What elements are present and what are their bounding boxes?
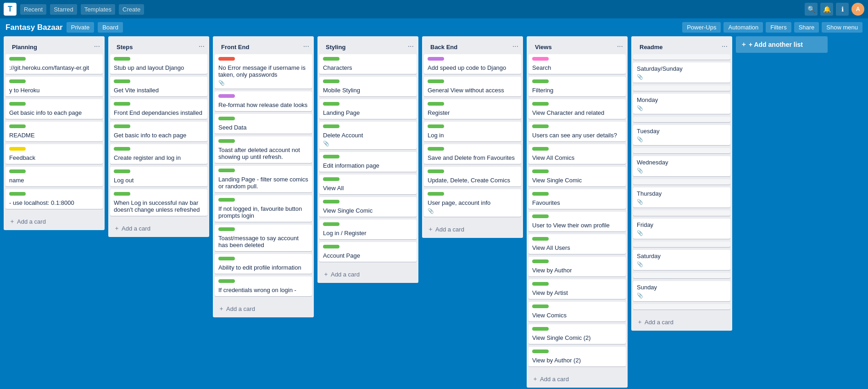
- table-row[interactable]: [633, 242, 730, 247]
- list-item[interactable]: Favourites: [529, 189, 626, 209]
- list-item[interactable]: Friday📎: [633, 219, 730, 239]
- table-row[interactable]: [633, 304, 730, 310]
- list-item[interactable]: When Log in successful nav bar doesn't c…: [110, 189, 207, 216]
- list-title-back-end[interactable]: Back End: [426, 40, 462, 52]
- list-item[interactable]: Search: [529, 54, 626, 74]
- add-card-btn-views[interactable]: ＋Add a card: [529, 372, 626, 386]
- search-button[interactable]: 🔍: [805, 3, 818, 16]
- board-button[interactable]: Board: [98, 22, 123, 33]
- list-item[interactable]: Landing Page: [319, 99, 417, 119]
- list-item[interactable]: View Single Comic: [319, 197, 417, 217]
- list-item[interactable]: View Single Comic: [529, 167, 626, 186]
- power-ups-button[interactable]: Power-Ups: [682, 22, 721, 33]
- list-actions-readme[interactable]: ···: [719, 41, 730, 51]
- list-item[interactable]: name: [6, 167, 103, 186]
- list-item[interactable]: ://git.heroku.com/fantasy-er.git: [6, 54, 103, 74]
- list-item[interactable]: Get basic info to each page: [110, 122, 207, 141]
- table-row[interactable]: [633, 85, 730, 91]
- table-row[interactable]: [633, 179, 730, 185]
- list-item[interactable]: View by Author: [529, 257, 626, 276]
- list-item[interactable]: Get Vite installed: [110, 77, 207, 96]
- list-item[interactable]: View Comics: [529, 302, 626, 321]
- list-item[interactable]: Seed Data: [215, 114, 312, 134]
- list-item[interactable]: Users can see any user details?: [529, 122, 626, 141]
- list-header-styling[interactable]: Styling···: [317, 36, 418, 54]
- list-item[interactable]: View Single Comic (2): [529, 324, 626, 344]
- table-row[interactable]: [633, 148, 730, 153]
- list-item[interactable]: Log in / Register: [319, 220, 417, 239]
- list-item[interactable]: Toast/message to say account has been de…: [215, 225, 312, 251]
- list-item[interactable]: View by Artist: [529, 279, 626, 299]
- list-item[interactable]: Update, Delete, Create Comics: [424, 167, 521, 186]
- list-item[interactable]: Sunday📎: [633, 281, 730, 301]
- list-item[interactable]: Wednesday📎: [633, 156, 730, 176]
- list-item[interactable]: Characters: [319, 54, 417, 74]
- table-row[interactable]: [633, 273, 730, 278]
- list-actions-front-end[interactable]: ···: [300, 41, 312, 51]
- list-item[interactable]: Log out: [110, 167, 207, 186]
- table-row[interactable]: [633, 54, 730, 60]
- add-card-btn-steps[interactable]: ＋Add a card: [110, 221, 207, 235]
- list-item[interactable]: View All Users: [529, 234, 626, 254]
- list-actions-back-end[interactable]: ···: [510, 41, 521, 51]
- notifications-button[interactable]: 🔔: [820, 3, 833, 16]
- create-button[interactable]: Create: [119, 4, 144, 15]
- add-card-btn-planning[interactable]: ＋Add a card: [6, 214, 103, 228]
- list-item[interactable]: Re-format how release date looks: [215, 91, 312, 111]
- list-item[interactable]: Delete Account📎: [319, 122, 417, 149]
- filters-button[interactable]: Filters: [766, 22, 791, 33]
- list-item[interactable]: Register: [424, 99, 521, 119]
- add-card-btn-styling[interactable]: ＋Add a card: [319, 267, 417, 281]
- show-menu-button[interactable]: Show menu: [822, 22, 862, 33]
- list-header-back-end[interactable]: Back End···: [422, 36, 523, 54]
- table-row[interactable]: [633, 210, 730, 216]
- list-header-readme[interactable]: Readme···: [631, 36, 732, 54]
- list-header-front-end[interactable]: Front End···: [213, 36, 314, 54]
- list-item[interactable]: User to View their own profile: [529, 212, 626, 231]
- list-actions-styling[interactable]: ···: [405, 41, 417, 51]
- list-item[interactable]: Account Page: [319, 242, 417, 262]
- list-item[interactable]: Toast after deleted account not showing …: [215, 136, 312, 163]
- list-item[interactable]: No Error message if username is taken, o…: [215, 54, 312, 89]
- list-item[interactable]: Filtering: [529, 77, 626, 96]
- list-header-steps[interactable]: Steps···: [108, 36, 209, 54]
- list-item[interactable]: Monday📎: [633, 94, 730, 114]
- list-item[interactable]: General View without access: [424, 77, 521, 96]
- list-item[interactable]: View All: [319, 175, 417, 194]
- list-item[interactable]: If credentials wrong on login -: [215, 276, 312, 296]
- list-title-front-end[interactable]: Front End: [217, 40, 254, 52]
- automation-button[interactable]: Automation: [723, 22, 763, 33]
- list-item[interactable]: View Character and related: [529, 99, 626, 119]
- list-item[interactable]: Front End dependancies installed: [110, 99, 207, 119]
- list-title-planning[interactable]: Planning: [7, 40, 42, 52]
- list-item[interactable]: README: [6, 122, 103, 141]
- list-item[interactable]: Get basic info to each page: [6, 99, 103, 119]
- list-item[interactable]: User page, account info📎: [424, 189, 521, 217]
- list-item[interactable]: Saturday/Sunday📎: [633, 62, 730, 83]
- list-header-planning[interactable]: Planning···: [4, 36, 105, 54]
- list-item[interactable]: View All Comics: [529, 144, 626, 164]
- share-button[interactable]: Share: [794, 22, 819, 33]
- list-title-styling[interactable]: Styling: [321, 40, 350, 52]
- list-item[interactable]: Add speed up code to Django: [424, 54, 521, 74]
- list-title-readme[interactable]: Readme: [635, 40, 668, 52]
- list-actions-planning[interactable]: ···: [91, 41, 103, 51]
- avatar[interactable]: A: [851, 3, 864, 16]
- list-item[interactable]: Feedback: [6, 144, 103, 164]
- list-item[interactable]: y to Heroku: [6, 77, 103, 96]
- list-actions-views[interactable]: ···: [614, 41, 626, 51]
- list-item[interactable]: Thursday📎: [633, 187, 730, 208]
- list-item[interactable]: Ability to edit profile information: [215, 254, 312, 274]
- list-item[interactable]: Saturday📎: [633, 250, 730, 270]
- templates-button[interactable]: Templates: [81, 4, 115, 15]
- list-title-steps[interactable]: Steps: [112, 40, 137, 52]
- table-row[interactable]: [633, 117, 730, 122]
- list-item[interactable]: - use localhost: 0.1:8000: [6, 189, 103, 209]
- info-button[interactable]: ℹ: [836, 3, 849, 16]
- list-item[interactable]: View by Author (2): [529, 347, 626, 366]
- list-item[interactable]: If not logged in, favourite button promp…: [215, 195, 312, 222]
- list-item[interactable]: Log in: [424, 122, 521, 141]
- starred-button[interactable]: Starred: [50, 4, 77, 15]
- list-item[interactable]: Landing Page - filter some comics or ran…: [215, 166, 312, 192]
- list-item[interactable]: Mobile Styling: [319, 77, 417, 96]
